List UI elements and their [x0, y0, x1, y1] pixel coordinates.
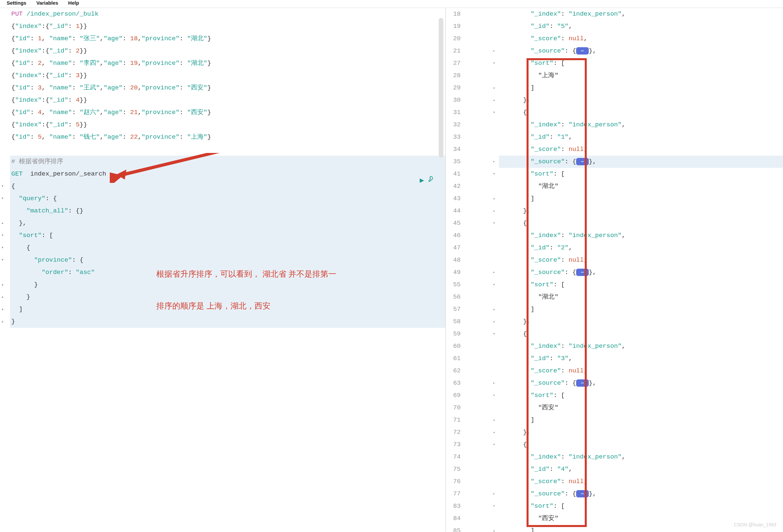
- left-gutter: ▾▾▴▾▾▾▴▴▴▴: [0, 8, 10, 532]
- fold-toggle[interactable]: ▴: [493, 525, 495, 532]
- response-line: "_score": null,: [499, 143, 783, 156]
- line-number: 57: [446, 303, 461, 315]
- annotation-line1: 根据省升序排序，可以看到， 湖北省 并不是排第一: [156, 269, 336, 279]
- response-line: ]: [499, 414, 783, 426]
- response-line: "_source": {⋯},: [499, 266, 783, 279]
- fold-toggle[interactable]: ▾: [493, 106, 495, 119]
- line-number: 75: [446, 463, 461, 475]
- response-line: ]: [499, 82, 783, 94]
- response-line: "_source": {⋯},: [499, 156, 783, 168]
- line-number: 42: [446, 180, 461, 193]
- line-number: 85: [446, 525, 461, 532]
- response-line: {: [499, 328, 783, 340]
- response-line: "湖北": [499, 291, 783, 303]
- line-number: 70: [446, 402, 461, 414]
- line-number: 73: [446, 439, 461, 451]
- response-line: },: [499, 94, 783, 106]
- menu-bar: Settings Variables Help: [0, 0, 783, 8]
- fold-toggle[interactable]: ▾: [493, 168, 495, 180]
- line-number: 21: [446, 45, 461, 57]
- fold-toggle[interactable]: ▸: [493, 377, 495, 389]
- fold-toggle[interactable]: ▾: [1, 242, 4, 254]
- fold-toggle[interactable]: ▾: [493, 389, 495, 402]
- menu-settings[interactable]: Settings: [7, 0, 26, 6]
- fold-toggle[interactable]: ▸: [493, 266, 495, 279]
- response-line: "_index": "index_person",: [499, 340, 783, 353]
- line-number: 83: [446, 500, 461, 512]
- fold-toggle[interactable]: ▾: [493, 500, 495, 512]
- fold-toggle[interactable]: ▾: [493, 217, 495, 229]
- line-number: 49: [446, 266, 461, 279]
- fold-toggle[interactable]: ▾: [493, 57, 495, 69]
- response-line: "sort": [: [499, 57, 783, 69]
- response-line: "_score": null,: [499, 254, 783, 266]
- line-number: 31: [446, 106, 461, 119]
- line-number: 47: [446, 242, 461, 254]
- line-number: 48: [446, 254, 461, 266]
- fold-toggle[interactable]: ▾: [1, 229, 4, 242]
- response-line: "_index": "index_person",: [499, 8, 783, 20]
- fold-toggle[interactable]: ▴: [1, 217, 4, 229]
- fold-toggle[interactable]: ▾: [493, 279, 495, 291]
- line-number: 76: [446, 475, 461, 488]
- line-number: 35: [446, 156, 461, 168]
- fold-toggle[interactable]: ▴: [1, 315, 4, 328]
- fold-toggle[interactable]: ▴: [493, 315, 495, 328]
- line-number: 56: [446, 291, 461, 303]
- fold-toggle[interactable]: ▾: [1, 180, 4, 193]
- response-line: "上海": [499, 69, 783, 82]
- play-icon[interactable]: ▶: [420, 176, 424, 186]
- line-number: 30: [446, 94, 461, 106]
- response-line: "_score": null,: [499, 365, 783, 377]
- line-number: 43: [446, 193, 461, 205]
- fold-toggle[interactable]: ▸: [493, 488, 495, 500]
- line-number: 58: [446, 315, 461, 328]
- line-number: 45: [446, 217, 461, 229]
- fold-toggle[interactable]: ▾: [1, 254, 4, 266]
- line-number: 29: [446, 82, 461, 94]
- response-line: "_id": "2",: [499, 242, 783, 254]
- annotation-line2: 排序的顺序是 上海，湖北，西安: [156, 301, 271, 311]
- scrollbar[interactable]: [439, 18, 443, 158]
- line-number: 44: [446, 205, 461, 217]
- fold-toggle[interactable]: ▴: [1, 291, 4, 303]
- response-line: "_index": "index_person",: [499, 229, 783, 242]
- fold-toggle[interactable]: ▴: [493, 193, 495, 205]
- fold-toggle[interactable]: ▴: [493, 414, 495, 426]
- request-editor[interactable]: ▾▾▴▾▾▾▴▴▴▴ PUT /index_person/_bulk{"inde…: [0, 8, 446, 532]
- fold-toggle[interactable]: ▴: [493, 426, 495, 439]
- wrench-icon[interactable]: [428, 176, 435, 186]
- fold-toggle[interactable]: ▸: [493, 45, 495, 57]
- fold-toggle[interactable]: ▴: [493, 82, 495, 94]
- response-line: "sort": [: [499, 279, 783, 291]
- fold-toggle[interactable]: ▸: [493, 156, 495, 168]
- response-line: "_id": "1",: [499, 131, 783, 143]
- line-number: 62: [446, 365, 461, 377]
- response-line: {: [499, 217, 783, 229]
- fold-toggle[interactable]: ▴: [1, 279, 4, 291]
- fold-toggle[interactable]: ▴: [493, 303, 495, 315]
- line-number: 32: [446, 119, 461, 131]
- fold-toggle[interactable]: ▴: [1, 303, 4, 315]
- fold-toggle[interactable]: ▴: [493, 205, 495, 217]
- line-number: 74: [446, 451, 461, 463]
- fold-toggle[interactable]: ▾: [493, 439, 495, 451]
- fold-toggle[interactable]: ▴: [493, 94, 495, 106]
- response-line: "_id": "5",: [499, 20, 783, 33]
- line-number: 69: [446, 389, 461, 402]
- fold-toggle[interactable]: ▾: [493, 328, 495, 340]
- menu-help[interactable]: Help: [68, 0, 79, 6]
- response-line: "sort": [: [499, 500, 783, 512]
- line-number: 33: [446, 131, 461, 143]
- response-viewer[interactable]: "_index": "index_person", "_id": "5", "_…: [446, 8, 783, 532]
- response-line: "sort": [: [499, 389, 783, 402]
- response-line: "_source": {⋯},: [499, 377, 783, 389]
- response-line: "sort": [: [499, 168, 783, 180]
- response-line: "_id": "3",: [499, 353, 783, 365]
- response-line: "西安": [499, 402, 783, 414]
- fold-toggle[interactable]: ▾: [1, 193, 4, 205]
- response-line: ]: [499, 303, 783, 315]
- menu-variables[interactable]: Variables: [36, 0, 58, 6]
- response-line: },: [499, 315, 783, 328]
- line-number: 61: [446, 353, 461, 365]
